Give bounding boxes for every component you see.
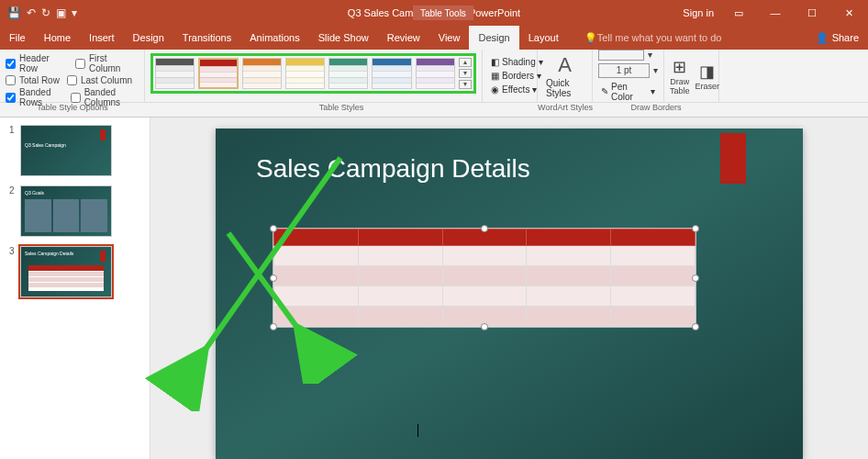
draw-table-button[interactable]: ⊞Draw Table: [670, 57, 690, 95]
pen-weight-dropdown[interactable]: 1 pt ▾: [598, 63, 658, 78]
ribbon: Header Row First Column Total Row Last C…: [0, 50, 868, 103]
pen-color-button[interactable]: ✎ Pen Color ▾: [598, 81, 658, 103]
tab-view[interactable]: View: [429, 26, 470, 50]
tab-table-design[interactable]: Design: [469, 26, 518, 50]
table-style-swatch[interactable]: [198, 58, 238, 89]
opt-banded-rows[interactable]: Banded Rows: [6, 87, 63, 107]
slide-thumbnails-panel[interactable]: 1 Q3 Sales Campaign 2 Q3 Goals 3 Sales C…: [0, 118, 150, 459]
quick-access-toolbar: 💾 ↶ ↻ ▣ ▾: [0, 6, 77, 19]
accent-shape[interactable]: [720, 133, 746, 184]
table-style-swatch[interactable]: [328, 58, 368, 89]
eraser-button[interactable]: ◨Eraser: [696, 62, 720, 91]
slide-title-text[interactable]: Sales Campaign Details: [256, 154, 530, 184]
table-styles-gallery: ▴▾▾: [150, 53, 476, 94]
opt-first-column[interactable]: First Column: [75, 53, 139, 73]
gallery-down-icon[interactable]: ▾: [459, 69, 472, 78]
current-slide[interactable]: Sales Campaign Details: [216, 129, 803, 459]
gallery-up-icon[interactable]: ▴: [459, 58, 472, 67]
maximize-icon[interactable]: ☐: [800, 0, 824, 26]
tab-animations[interactable]: Animations: [240, 26, 308, 50]
contextual-tab-label: Table Tools: [413, 6, 473, 20]
gallery-more-icon[interactable]: ▾: [459, 80, 472, 89]
tab-slideshow[interactable]: Slide Show: [309, 26, 378, 50]
group-label-wordart: WordArt Styles: [538, 103, 593, 117]
tab-review[interactable]: Review: [378, 26, 429, 50]
quick-styles-button[interactable]: Quick Styles: [543, 77, 586, 99]
tab-design[interactable]: Design: [124, 26, 173, 50]
group-label-drawborders: Draw Borders: [593, 103, 719, 117]
tab-insert[interactable]: Insert: [80, 26, 124, 50]
ribbon-tabs: File Home Insert Design Transitions Anim…: [0, 26, 868, 50]
share-button[interactable]: 👤 Share: [816, 32, 859, 44]
qat-more-icon[interactable]: ▾: [72, 6, 77, 19]
workspace: 1 Q3 Sales Campaign 2 Q3 Goals 3 Sales C…: [0, 118, 868, 459]
table-style-swatch[interactable]: [285, 58, 325, 89]
save-icon[interactable]: 💾: [7, 6, 21, 19]
borders-button[interactable]: ▦ Borders ▾: [488, 70, 531, 82]
table-style-swatch[interactable]: [155, 58, 195, 89]
thumbnail-slide-2[interactable]: Q3 Goals: [20, 185, 112, 237]
opt-last-column[interactable]: Last Column: [67, 75, 132, 85]
opt-header-row[interactable]: Header Row: [6, 53, 68, 73]
sign-in-link[interactable]: Sign in: [683, 7, 714, 18]
undo-icon[interactable]: ↶: [27, 6, 36, 19]
title-bar: 💾 ↶ ↻ ▣ ▾ Q3 Sales Campaign.pptx - Power…: [0, 0, 868, 26]
slide-editor[interactable]: Sales Campaign Details: [150, 118, 868, 459]
tab-table-layout[interactable]: Layout: [519, 26, 568, 50]
opt-banded-columns[interactable]: Banded Columns: [71, 87, 139, 107]
table-style-swatch[interactable]: [416, 58, 455, 89]
text-cursor: [417, 424, 418, 437]
wordart-preview[interactable]: A: [558, 53, 572, 77]
opt-total-row[interactable]: Total Row: [6, 75, 60, 85]
minimize-icon[interactable]: —: [763, 0, 787, 26]
ribbon-display-icon[interactable]: ▭: [727, 0, 751, 26]
close-icon[interactable]: ✕: [837, 0, 861, 26]
tab-transitions[interactable]: Transitions: [173, 26, 240, 50]
table-style-swatch[interactable]: [242, 58, 282, 89]
shading-button[interactable]: ◧ Shading ▾: [488, 56, 531, 68]
tab-file[interactable]: File: [0, 26, 35, 50]
group-label-styles: Table Styles: [145, 103, 538, 117]
tab-home[interactable]: Home: [35, 26, 80, 50]
start-slideshow-icon[interactable]: ▣: [56, 6, 66, 19]
tell-me-search[interactable]: 💡 Tell me what you want to do: [575, 26, 731, 50]
effects-button[interactable]: ◉ Effects ▾: [488, 84, 531, 95]
thumbnail-slide-1[interactable]: Q3 Sales Campaign: [20, 125, 112, 176]
thumbnail-slide-3[interactable]: Sales Campaign Details: [20, 246, 112, 297]
table-style-swatch[interactable]: [372, 58, 411, 89]
redo-icon[interactable]: ↻: [41, 6, 50, 19]
table-object[interactable]: [273, 228, 696, 328]
